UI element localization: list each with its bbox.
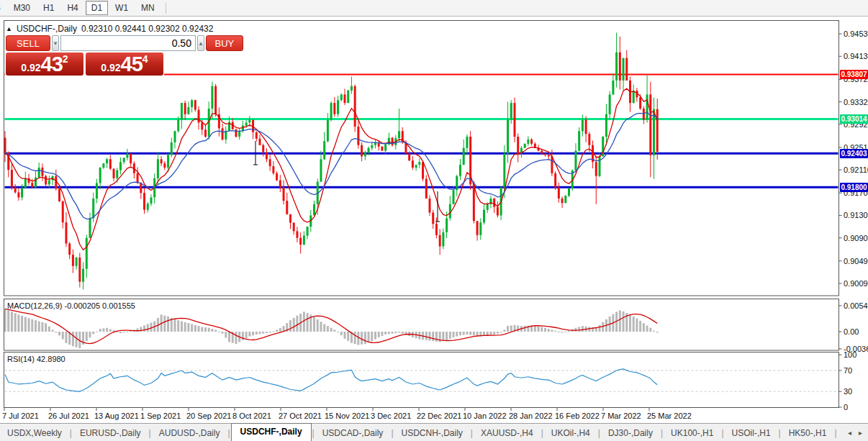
date-label: 7 Mar 2022 <box>601 412 641 420</box>
date-label: 13 Aug 2021 <box>94 412 139 420</box>
chart-tab-hk50-h1[interactable]: HK50-,H1 <box>782 426 834 440</box>
price-level-badge: 0.92403 <box>840 149 868 158</box>
buy-price-main: 45 <box>121 54 143 75</box>
volume-input[interactable] <box>60 35 196 51</box>
chart-tab-eurusd-daily[interactable]: EURUSD-,Daily <box>73 426 148 440</box>
date-label: 15 Nov 2021 <box>325 412 369 420</box>
ohlc-values: 0.92310 0.92441 0.92302 0.92432 <box>81 24 214 34</box>
price-axis-label: 0.90490 <box>844 257 868 265</box>
date-label: 25 Mar 2022 <box>647 412 692 420</box>
price-axis-label: 0.92110 <box>844 165 868 174</box>
chart-tab-uk100-h1[interactable]: UK100-,H1 <box>664 426 720 440</box>
macd-axis-label: 0.005489 <box>844 301 868 310</box>
chart-tab-dj30-daily[interactable]: DJ30-,Daily <box>601 426 660 440</box>
chart-tab-usdchf-daily[interactable]: USDCHF-,Daily <box>231 423 312 441</box>
price-axis-label: 0.91300 <box>844 211 868 219</box>
symbol-label: USDCHF-,Daily <box>17 24 77 34</box>
date-label: 22 Dec 2021 <box>417 412 461 420</box>
rsi-axis-label: 70 <box>844 366 852 375</box>
volume-decrease-button[interactable]: ▼ <box>52 35 59 51</box>
buy-price-display[interactable]: 0.92454 <box>86 53 163 76</box>
tab-scroll-right-icon[interactable]: ▸ <box>859 429 862 437</box>
rsi-name: RSI(14) <box>7 355 35 363</box>
collapse-one-click-icon[interactable]: ▲ <box>6 26 12 32</box>
macd-values: -0.000205 0.001555 <box>64 301 135 310</box>
price-level-badge: 0.91800 <box>840 183 868 192</box>
sell-price-pip: 2 <box>63 54 68 64</box>
chart-header: ▲ USDCHF-,Daily 0.92310 0.92441 0.92302 … <box>6 24 213 34</box>
rsi-axis-label: 100 <box>844 350 856 359</box>
buy-price-pip: 4 <box>143 54 148 64</box>
date-label: 28 Jan 2022 <box>509 412 553 420</box>
buy-price-prefix: 0.92 <box>101 63 120 73</box>
chart-tab-usdx-weekly[interactable]: USDX,Weekly <box>0 426 69 440</box>
price-axis-label: 0.94130 <box>844 52 868 60</box>
chart-tab-audusd-daily[interactable]: AUDUSD-,Daily <box>152 426 227 440</box>
tab-separator: | <box>833 428 837 438</box>
chart-tab-xauusd-h4[interactable]: XAUUSD-,H4 <box>474 426 541 440</box>
macd-label: MACD(12,26,9) -0.000205 0.001555 <box>7 301 135 310</box>
tab-scroll-arrows: ◂▸ <box>848 429 862 437</box>
rsi-axis-label: 30 <box>844 387 852 396</box>
sell-price-display[interactable]: 0.92432 <box>6 53 83 76</box>
chart-tab-usoil-h1[interactable]: USOil-,H1 <box>725 426 778 440</box>
rsi-label: RSI(14) 42.8980 <box>7 355 65 363</box>
rsi-pane <box>4 353 839 408</box>
price-axis-label: 0.90900 <box>844 234 868 242</box>
date-label: 26 Jul 2021 <box>48 412 89 420</box>
chart-tab-ukoil-h4[interactable]: UKOil-,H4 <box>544 426 597 440</box>
date-label: 3 Dec 2021 <box>371 412 411 420</box>
sell-button[interactable]: SELL <box>6 35 50 51</box>
date-label: 1 Sep 2021 <box>140 412 181 420</box>
price-axis-label: 0.90090 <box>844 279 868 288</box>
macd-axis-label: 0.00 <box>844 327 859 336</box>
chevron-up-icon: ▲ <box>198 40 204 47</box>
price-axis-label: 0.93320 <box>844 98 868 106</box>
one-click-trade-panel: SELL ▼ ▲ BUY 0.92432 0.92454 <box>5 35 164 76</box>
price-axis-label: 0.94530 <box>844 29 868 38</box>
price-level-badge: 0.93807 <box>840 70 868 79</box>
chart-tab-bar: USDX,Weekly|EURUSD-,Daily|AUDUSD-,Daily|… <box>0 423 868 441</box>
date-label: 7 Jul 2021 <box>2 412 39 420</box>
rsi-value: 42.8980 <box>37 355 65 363</box>
date-label: 20 Sep 2021 <box>186 412 231 420</box>
sell-price-main: 43 <box>41 54 63 75</box>
date-label: 16 Feb 2022 <box>555 412 600 420</box>
volume-increase-button[interactable]: ▲ <box>197 35 204 51</box>
date-label: 8 Oct 2021 <box>232 412 271 420</box>
rsi-axis-label: 0 <box>844 403 848 412</box>
sell-price-prefix: 0.92 <box>21 63 40 73</box>
macd-name: MACD(12,26,9) <box>7 301 62 310</box>
buy-button[interactable]: BUY <box>206 35 243 51</box>
price-level-badge: 0.93014 <box>840 114 868 124</box>
trading-platform-window: { "toolbar": { "timeframes": [ {"label":… <box>0 0 868 441</box>
tab-scroll-left-icon[interactable]: ◂ <box>848 429 851 437</box>
chart-tab-usdcad-daily[interactable]: USDCAD-,Daily <box>315 426 391 440</box>
chart-tab-usdcnh-daily[interactable]: USDCNH-,Daily <box>394 426 470 440</box>
date-label: 10 Jan 2022 <box>463 412 507 420</box>
chevron-down-icon: ▼ <box>53 40 58 47</box>
date-label: 27 Oct 2021 <box>279 412 322 420</box>
